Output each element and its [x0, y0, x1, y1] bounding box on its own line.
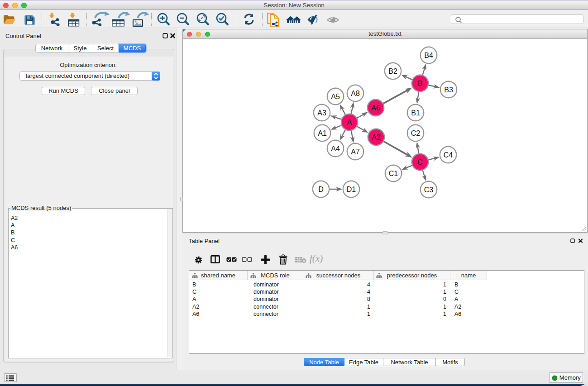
svg-text:C3: C3 — [424, 186, 434, 194]
svg-text:C: C — [417, 158, 423, 166]
svg-text:C2: C2 — [411, 129, 421, 137]
svg-text:A7: A7 — [351, 148, 360, 156]
svg-text:B4: B4 — [424, 52, 433, 59]
svg-text:B: B — [418, 80, 423, 87]
svg-text:A6: A6 — [371, 104, 380, 112]
svg-text:A: A — [347, 119, 352, 126]
svg-text:A3: A3 — [317, 109, 326, 117]
svg-text:B3: B3 — [444, 86, 453, 94]
svg-text:C1: C1 — [389, 170, 398, 177]
svg-text:A4: A4 — [331, 145, 340, 152]
svg-text:A5: A5 — [331, 93, 340, 100]
svg-text:B1: B1 — [411, 109, 420, 117]
svg-text:D: D — [318, 186, 324, 193]
svg-text:B2: B2 — [388, 67, 397, 75]
svg-text:A2: A2 — [372, 133, 381, 141]
svg-text:C4: C4 — [444, 151, 453, 159]
svg-text:A8: A8 — [351, 90, 360, 97]
svg-text:D1: D1 — [347, 186, 356, 193]
svg-text:A1: A1 — [318, 129, 327, 137]
